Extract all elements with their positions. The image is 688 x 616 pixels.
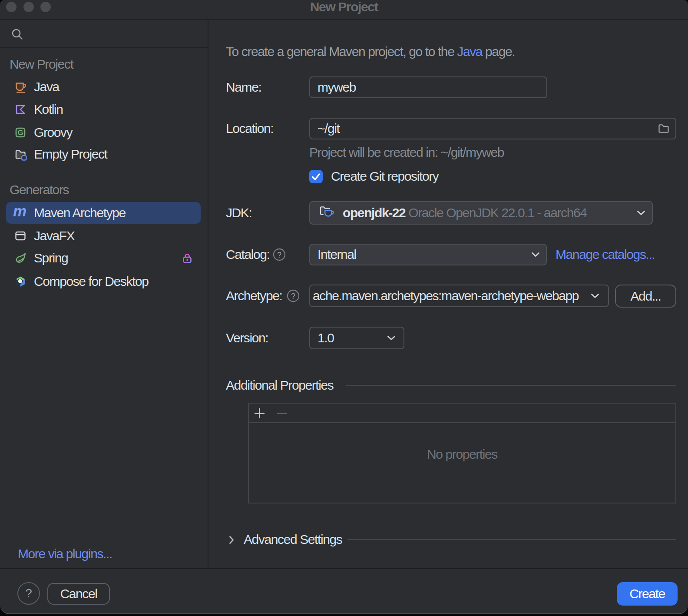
svg-text:?: ? [291,292,295,301]
svg-text:?: ? [277,251,281,259]
svg-text:G: G [18,129,23,137]
svg-text:m: m [13,206,26,219]
